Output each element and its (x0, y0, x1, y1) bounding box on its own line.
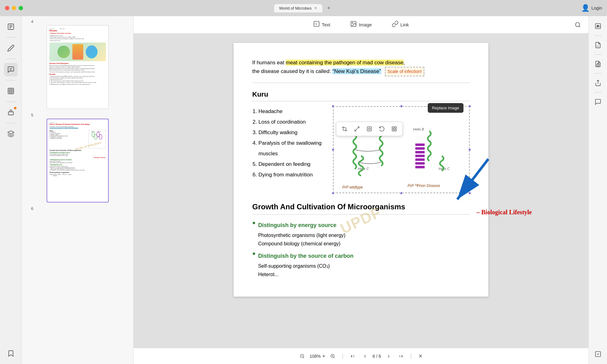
crop-tool-button[interactable] (340, 124, 349, 134)
more-tool-button[interactable] (389, 124, 399, 134)
intro-highlight-blue: “New Kuji’s Disease” (332, 68, 381, 74)
window-controls (5, 6, 23, 10)
svg-text:Helix A: Helix A (98, 131, 101, 132)
right-area: T Text Image (134, 16, 588, 364)
thumbnail-item-4[interactable]: 4 Chapter 4 VIRUSES Viruses • Obligate i… (25, 19, 130, 109)
prev-page-button[interactable] (360, 351, 370, 361)
page-current[interactable]: 6 (372, 354, 375, 359)
sidebar-item-annotation[interactable] (4, 63, 18, 76)
close-panel-button[interactable]: ✕ (416, 352, 425, 361)
last-page-button[interactable] (396, 351, 406, 361)
document-area[interactable]: If humans eat meat containing the pathog… (134, 34, 588, 348)
first-page-button[interactable] (348, 351, 358, 361)
lock-pdf-button[interactable] (592, 58, 604, 70)
intro-paragraph: If humans eat meat containing the pathog… (252, 58, 470, 83)
next-page-button[interactable] (384, 351, 394, 361)
new-tab-button[interactable]: + (325, 4, 333, 13)
sidebar-item-list[interactable] (4, 20, 18, 34)
titlebar-right: 👤 Login (581, 4, 602, 12)
svg-point-27 (368, 128, 370, 130)
svg-rect-29 (395, 127, 396, 128)
document-page: If humans eat meat containing the pathog… (234, 43, 488, 297)
sidebar-item-pencil[interactable] (4, 41, 18, 55)
replace-image-label: Replace Image (432, 106, 459, 110)
right-panel: OCR PDF↑ (588, 16, 607, 364)
handle-tm[interactable] (400, 105, 403, 107)
thumbnail-panel: 4 Chapter 4 VIRUSES Viruses • Obligate i… (22, 16, 134, 364)
carbon-section-title: Distinguish by the source of carbon (258, 253, 354, 259)
biological-lifestyle-annotation: – Biological Lifestyle (477, 209, 532, 216)
left-sidebar (0, 16, 22, 364)
intro-text-3: the disease caused by it is called: (252, 68, 332, 74)
page-total: 6 (379, 354, 381, 359)
svg-rect-28 (392, 127, 394, 128)
search-button[interactable] (572, 19, 583, 30)
export-pdf-button[interactable]: PDF↑ (592, 39, 604, 51)
main-layout: 4 Chapter 4 VIRUSES Viruses • Obligate i… (0, 16, 607, 364)
thumbnail-item-6[interactable]: 6 (25, 206, 130, 211)
zoom-display[interactable]: 108% (310, 354, 325, 359)
svg-marker-13 (8, 131, 14, 134)
page-display: 6 / 6 (372, 354, 381, 359)
svg-rect-42 (415, 162, 425, 165)
replace-image-tooltip[interactable]: Replace Image (428, 103, 463, 113)
close-window-button[interactable] (5, 6, 9, 10)
thumbnail-page-4[interactable]: Chapter 4 VIRUSES Viruses • Obligate int… (47, 25, 109, 109)
tab-close-icon[interactable]: ✕ (314, 6, 317, 10)
link-tool-button[interactable]: Link (387, 19, 414, 31)
login-label[interactable]: Login (591, 6, 602, 11)
comment-button[interactable] (592, 96, 604, 108)
image-tool-button[interactable]: Image (345, 19, 377, 31)
selection-annotation: Scale of infection! (385, 67, 424, 76)
link-tool-label: Link (400, 22, 409, 27)
energy-item-1: Photosynthetic organisms (light energy) (258, 231, 345, 239)
toolbar-right (572, 19, 583, 30)
sidebar-item-table[interactable] (4, 84, 18, 98)
growth-section: Growth And Cultivation Of Microorganisms… (252, 202, 470, 279)
page-separator: / (376, 354, 379, 359)
zoom-out-button[interactable] (297, 351, 307, 361)
minimize-window-button[interactable] (12, 6, 16, 10)
share-button[interactable] (592, 77, 604, 89)
image-container[interactable]: Replace Image (333, 106, 470, 193)
svg-text:Prion Disease: Prion Disease (417, 184, 440, 188)
svg-text:PrP: PrP (408, 184, 414, 188)
carbon-item-2: Heterot... (258, 270, 354, 279)
zoom-dropdown-icon (322, 355, 325, 358)
thumbnail-item-5[interactable]: 5 Chapter 5 Prion's Disease Of Human Inh… (25, 113, 130, 202)
active-tab[interactable]: World of Microbes ✕ (274, 4, 322, 12)
separator-1: | (342, 353, 344, 359)
kuru-title: Kuru (252, 90, 470, 101)
svg-rect-11 (8, 112, 13, 115)
sidebar-item-bookmark[interactable] (4, 347, 18, 360)
svg-point-23 (352, 22, 353, 23)
svg-rect-41 (415, 158, 425, 161)
thumbnail-page-5[interactable]: Chapter 5 Prion's Disease Of Human Inher… (47, 119, 109, 202)
zoom-in-button[interactable] (328, 351, 338, 361)
handle-tl[interactable] (332, 105, 334, 107)
flip-tool-button[interactable] (352, 124, 362, 134)
login-area: 👤 Login (581, 4, 602, 12)
rotate-tool-button[interactable] (377, 124, 387, 134)
sidebar-item-stamp[interactable] (4, 106, 18, 119)
handle-tr[interactable] (468, 105, 471, 107)
energy-item-2: Compound biology (chemical energy) (258, 239, 345, 248)
svg-text:OCR: OCR (596, 26, 600, 28)
svg-marker-53 (322, 356, 325, 357)
rp-divider-4 (594, 92, 602, 93)
maximize-window-button[interactable] (19, 6, 23, 10)
image-tool-label: Image (359, 22, 372, 27)
text-tool-button[interactable]: T Text (308, 19, 335, 31)
svg-text:T: T (315, 23, 317, 26)
titlebar: World of Microbes ✕ + 👤 Login (0, 0, 607, 16)
separator-2: | (410, 353, 412, 359)
check-button[interactable] (592, 348, 604, 360)
mask-tool-button[interactable] (364, 124, 374, 134)
list-item: Paralysis of the swallowing muscles (258, 138, 327, 159)
rp-divider-2 (594, 54, 602, 55)
sidebar-item-layers[interactable] (4, 127, 18, 141)
ocr-button[interactable]: OCR (592, 20, 604, 32)
zoom-value: 108% (310, 354, 321, 359)
page-number-4: 4 (31, 19, 33, 24)
tab-bar: World of Microbes ✕ + (274, 4, 333, 13)
